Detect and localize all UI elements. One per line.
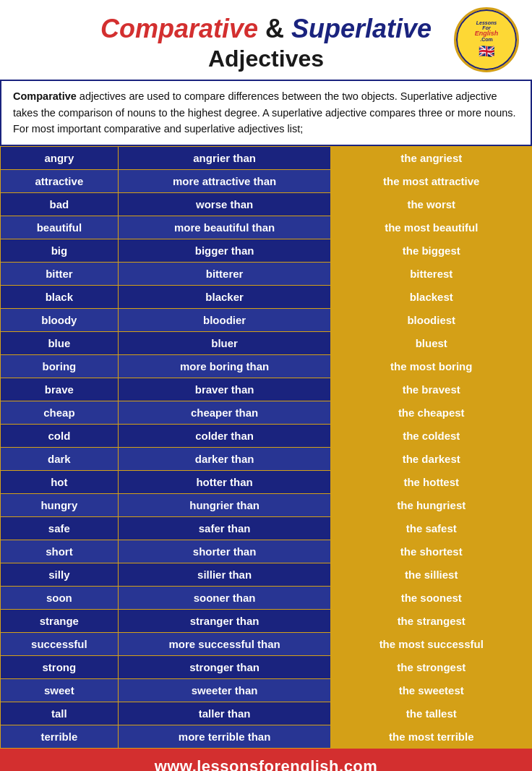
table-row: beautifulmore beautiful thanthe most bea… <box>1 216 532 239</box>
table-row: hungryhungrier thanthe hungriest <box>1 493 532 516</box>
comparative-cell: safer than <box>118 516 331 540</box>
comparative-cell: angrier than <box>118 146 331 169</box>
adjective-cell: tall <box>1 702 119 725</box>
comparative-cell: more successful than <box>118 632 331 655</box>
adjective-cell: beautiful <box>1 216 119 239</box>
header: Comparative & Superlative Adjectives Les… <box>0 0 532 80</box>
table-row: shortshorter thanthe shortest <box>1 540 532 563</box>
table-row: talltaller thanthe tallest <box>1 702 532 725</box>
table-row: cheapcheaper thanthe cheapest <box>1 401 532 424</box>
comparative-cell: worse than <box>118 192 331 216</box>
table-row: terriblemore terrible thanthe most terri… <box>1 725 532 748</box>
table-row: coldcolder thanthe coldest <box>1 424 532 447</box>
adjective-cell: dark <box>1 447 119 470</box>
comparative-cell: taller than <box>118 702 331 725</box>
superlative-cell: bluest <box>331 331 532 354</box>
adjective-cell: cheap <box>1 401 119 424</box>
superlative-cell: the bravest <box>331 378 532 401</box>
table-row: strangestranger thanthe strangest <box>1 609 532 632</box>
table-row: sweetsweeter thanthe sweetest <box>1 678 532 702</box>
adjective-cell: brave <box>1 378 119 401</box>
adjective-cell: sweet <box>1 678 119 702</box>
table-row: bluebluerbluest <box>1 331 532 354</box>
table-row: blackblackerblackest <box>1 285 532 308</box>
logo: Lessons For English .Com 🇬🇧 <box>454 7 519 72</box>
comparative-cell: sooner than <box>118 586 331 609</box>
adjective-cell: soon <box>1 586 119 609</box>
logo-text-top: Lessons <box>476 20 497 25</box>
table-row: hothotter thanthe hottest <box>1 470 532 493</box>
table-row: angryangrier thanthe angriest <box>1 146 532 169</box>
adjective-cell: bad <box>1 192 119 216</box>
superlative-label: Superlative <box>291 14 432 43</box>
superlative-cell: the shortest <box>331 540 532 563</box>
superlative-cell: the angriest <box>331 146 532 169</box>
superlative-cell: the strongest <box>331 655 532 678</box>
footer: www.lessonsforenglish.com <box>0 749 532 771</box>
adjectives-table: angryangrier thanthe angriestattractivem… <box>0 146 532 749</box>
comparative-cell: stronger than <box>118 655 331 678</box>
superlative-cell: the soonest <box>331 586 532 609</box>
comparative-cell: sillier than <box>118 563 331 586</box>
comparative-cell: cheaper than <box>118 401 331 424</box>
page-container: Comparative & Superlative Adjectives Les… <box>0 0 532 771</box>
superlative-cell: the biggest <box>331 239 532 262</box>
adjective-cell: hungry <box>1 493 119 516</box>
adjective-cell: safe <box>1 516 119 540</box>
superlative-cell: the most attractive <box>331 169 532 192</box>
comparative-cell: more boring than <box>118 354 331 378</box>
superlative-cell: the most beautiful <box>331 216 532 239</box>
table-row: successfulmore successful thanthe most s… <box>1 632 532 655</box>
table-row: soonsooner thanthe soonest <box>1 586 532 609</box>
table-row: bigbigger thanthe biggest <box>1 239 532 262</box>
adjective-cell: silly <box>1 563 119 586</box>
description-text: adjectives are used to compare differenc… <box>13 90 516 135</box>
superlative-cell: the silliest <box>331 563 532 586</box>
adjective-cell: terrible <box>1 725 119 748</box>
superlative-cell: the cheapest <box>331 401 532 424</box>
comparative-cell: hotter than <box>118 470 331 493</box>
adjective-cell: successful <box>1 632 119 655</box>
comparative-cell: bigger than <box>118 239 331 262</box>
adjective-cell: short <box>1 540 119 563</box>
comparative-cell: more beautiful than <box>118 216 331 239</box>
comparative-cell: stranger than <box>118 609 331 632</box>
adjective-cell: boring <box>1 354 119 378</box>
logo-text-com: .Com <box>480 37 493 42</box>
title-line2: Adjectives <box>14 46 518 72</box>
adjective-cell: bitter <box>1 262 119 285</box>
footer-url: www.lessonsforenglish.com <box>155 757 378 771</box>
description-box: Comparative adjectives are used to compa… <box>0 80 532 145</box>
superlative-cell: the most terrible <box>331 725 532 748</box>
superlative-cell: the hungriest <box>331 493 532 516</box>
adjective-cell: cold <box>1 424 119 447</box>
superlative-cell: the safest <box>331 516 532 540</box>
comparative-cell: more terrible than <box>118 725 331 748</box>
superlative-cell: the strangest <box>331 609 532 632</box>
comparative-cell: bitterer <box>118 262 331 285</box>
comparative-cell: sweeter than <box>118 678 331 702</box>
adjective-cell: bloody <box>1 308 119 331</box>
table-row: bravebraver thanthe bravest <box>1 378 532 401</box>
superlative-cell: the worst <box>331 192 532 216</box>
comparative-cell: colder than <box>118 424 331 447</box>
adjective-cell: attractive <box>1 169 119 192</box>
superlative-cell: the sweetest <box>331 678 532 702</box>
table-row: attractivemore attractive thanthe most a… <box>1 169 532 192</box>
superlative-cell: bitterest <box>331 262 532 285</box>
table-row: bloodybloodierbloodiest <box>1 308 532 331</box>
adjective-cell: blue <box>1 331 119 354</box>
comparative-cell: bluer <box>118 331 331 354</box>
adjective-cell: strong <box>1 655 119 678</box>
adjective-cell: hot <box>1 470 119 493</box>
table-row: boringmore boring thanthe most boring <box>1 354 532 378</box>
table-row: bitterbittererbitterest <box>1 262 532 285</box>
logo-inner: Lessons For English .Com 🇬🇧 <box>456 9 517 70</box>
comparative-label: Comparative <box>100 14 258 43</box>
comparative-cell: bloodier <box>118 308 331 331</box>
comparative-cell: blacker <box>118 285 331 308</box>
comparative-cell: darker than <box>118 447 331 470</box>
ampersand: & <box>258 14 291 43</box>
title-line1: Comparative & Superlative <box>14 13 518 44</box>
superlative-cell: the tallest <box>331 702 532 725</box>
